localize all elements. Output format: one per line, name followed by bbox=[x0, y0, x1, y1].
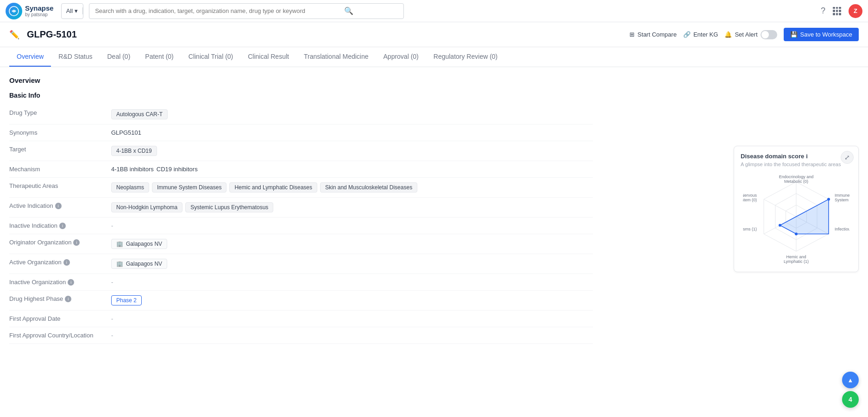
active-indication-label: Active Indication i bbox=[9, 202, 111, 209]
tab-approval[interactable]: Approval (0) bbox=[376, 47, 426, 67]
active-org-tag[interactable]: 🏢 Galapagos NV bbox=[111, 259, 167, 269]
ther-tag-2[interactable]: Hemic and Lymphatic Diseases bbox=[229, 182, 317, 193]
alert-toggle[interactable] bbox=[761, 30, 777, 39]
active-ind-tag-1[interactable]: Systemic Lupus Erythematosus bbox=[185, 202, 273, 212]
tab-patent[interactable]: Patent (0) bbox=[138, 47, 181, 67]
svg-text:Nervous: Nervous bbox=[743, 193, 757, 198]
svg-text:Lymphatic (1): Lymphatic (1) bbox=[784, 259, 809, 264]
svg-text:Infectious (0): Infectious (0) bbox=[835, 227, 849, 231]
edit-icon[interactable]: ✏️ bbox=[9, 30, 19, 40]
active-org-value: 🏢 Galapagos NV bbox=[111, 259, 167, 269]
first-approval-country-value: - bbox=[111, 332, 113, 339]
logo-text-area: Synapse by patsnap bbox=[25, 5, 54, 18]
drug-phase-help-icon[interactable]: i bbox=[65, 296, 71, 302]
search-icon[interactable]: 🔍 bbox=[340, 6, 358, 15]
first-approval-date-label: First Approval Date bbox=[9, 315, 111, 322]
active-org-label: Active Organization i bbox=[9, 259, 111, 266]
inactive-org-help-icon[interactable]: i bbox=[68, 279, 74, 286]
search-input[interactable] bbox=[89, 7, 340, 14]
originator-org-row: Originator Organization i 🏢 Galapagos NV bbox=[9, 234, 593, 254]
drug-type-value: Autologous CAR-T bbox=[111, 109, 168, 119]
target-label: Target bbox=[9, 146, 111, 153]
phase-tag[interactable]: Phase 2 bbox=[111, 295, 142, 305]
active-indication-row: Active Indication i Non-Hodgkin Lymphoma… bbox=[9, 198, 593, 218]
svg-text:System (0): System (0) bbox=[743, 198, 757, 202]
compare-button[interactable]: ⊞ Start Compare bbox=[629, 31, 677, 38]
originator-org-help-icon[interactable]: i bbox=[73, 239, 80, 246]
active-indication-help-icon[interactable]: i bbox=[55, 203, 62, 209]
inactive-indication-value: - bbox=[111, 222, 113, 229]
svg-text:Hemic and: Hemic and bbox=[786, 255, 806, 259]
first-approval-date-row: First Approval Date - bbox=[9, 311, 593, 327]
main-content: Overview Basic Info Drug Type Autologous… bbox=[0, 67, 602, 353]
tab-rd-status[interactable]: R&D Status bbox=[51, 47, 100, 67]
svg-text:Immune: Immune bbox=[835, 193, 849, 198]
inactive-org-row: Inactive Organization i - bbox=[9, 274, 593, 291]
originator-org-value: 🏢 Galapagos NV bbox=[111, 239, 167, 249]
svg-text:System (2): System (2) bbox=[835, 198, 849, 202]
search-bar[interactable]: 🔍 bbox=[89, 3, 404, 19]
chevron-down-icon: ▾ bbox=[75, 7, 78, 14]
search-type-dropdown[interactable]: All ▾ bbox=[61, 3, 83, 19]
save-to-workspace-button[interactable]: 💾 Save to Workspace bbox=[784, 28, 859, 41]
tab-overview[interactable]: Overview bbox=[9, 47, 51, 67]
disease-domain-help-icon[interactable]: i bbox=[806, 153, 808, 160]
disease-card-title: Disease domain score i bbox=[741, 153, 852, 160]
tab-deal[interactable]: Deal (0) bbox=[100, 47, 138, 67]
toggle-knob bbox=[761, 31, 769, 38]
radar-chart: Endocrinology and Metabolic (0) Immune S… bbox=[743, 173, 849, 265]
svg-text:Metabolic (0): Metabolic (0) bbox=[784, 179, 808, 184]
target-tag[interactable]: 4-1BB x CD19 bbox=[111, 146, 157, 156]
synonyms-row: Synonyms GLPG5101 bbox=[9, 124, 593, 141]
svg-point-9 bbox=[795, 233, 798, 236]
mechanism-label: Mechanism bbox=[9, 166, 111, 173]
drug-header: ✏️ GLPG-5101 ⊞ Start Compare 🔗 Enter KG … bbox=[0, 22, 868, 47]
ther-tag-1[interactable]: Immune System Diseases bbox=[152, 182, 226, 193]
enter-kg-button[interactable]: 🔗 Enter KG bbox=[683, 31, 718, 38]
tab-clinical-result[interactable]: Clinical Result bbox=[240, 47, 296, 67]
expand-card-button[interactable]: ⤢ bbox=[841, 151, 854, 164]
set-alert-button[interactable]: 🔔 Set Alert bbox=[724, 30, 777, 39]
search-type-label[interactable]: All ▾ bbox=[62, 7, 83, 14]
logo-name: Synapse bbox=[25, 5, 54, 12]
first-approval-country-row: First Approval Country/Location - bbox=[9, 327, 593, 344]
save-icon: 💾 bbox=[790, 31, 798, 38]
tab-regulatory-review[interactable]: Regulatory Review (0) bbox=[426, 47, 505, 67]
radar-svg: Endocrinology and Metabolic (0) Immune S… bbox=[743, 173, 849, 265]
tab-translational-medicine[interactable]: Translational Medicine bbox=[296, 47, 376, 67]
inactive-org-value: - bbox=[111, 279, 113, 286]
therapeutic-areas-row: Therapeutic Areas Neoplasms Immune Syste… bbox=[9, 178, 593, 198]
drug-type-tag: Autologous CAR-T bbox=[111, 109, 168, 119]
target-row: Target 4-1BB x CD19 bbox=[9, 141, 593, 161]
ther-tag-0[interactable]: Neoplasms bbox=[111, 182, 149, 193]
active-ind-tag-0[interactable]: Non-Hodgkin Lymphoma bbox=[111, 202, 182, 212]
therapeutic-areas-label: Therapeutic Areas bbox=[9, 182, 111, 189]
inactive-indication-help-icon[interactable]: i bbox=[59, 223, 66, 229]
therapeutic-areas-value: Neoplasms Immune System Diseases Hemic a… bbox=[111, 182, 417, 193]
drug-highest-phase-row: Drug Highest Phase i Phase 2 bbox=[9, 291, 593, 311]
nav-right: ? Z bbox=[821, 4, 862, 18]
apps-icon[interactable] bbox=[833, 7, 841, 15]
user-avatar[interactable]: Z bbox=[849, 4, 862, 18]
target-value: 4-1BB x CD19 bbox=[111, 146, 157, 156]
drug-type-label: Drug Type bbox=[9, 109, 111, 116]
mechanism-tag-1: CD19 inhibitors bbox=[157, 166, 198, 173]
originator-org-tag[interactable]: 🏢 Galapagos NV bbox=[111, 239, 167, 249]
ther-tag-3[interactable]: Skin and Musculoskeletal Diseases bbox=[320, 182, 417, 193]
synonyms-label: Synonyms bbox=[9, 129, 111, 136]
svg-point-10 bbox=[779, 224, 781, 227]
drug-title: GLPG-5101 bbox=[27, 29, 77, 40]
tab-clinical-trial[interactable]: Clinical Trial (0) bbox=[181, 47, 240, 67]
logo-area: Synapse by patsnap bbox=[6, 3, 54, 19]
drug-actions: ⊞ Start Compare 🔗 Enter KG 🔔 Set Alert 💾… bbox=[629, 28, 859, 41]
mechanism-value: 4-1BB inhibitors CD19 inhibitors bbox=[111, 166, 198, 173]
building-icon: 🏢 bbox=[116, 241, 123, 247]
kg-icon: 🔗 bbox=[683, 31, 691, 38]
mechanism-tag-0: 4-1BB inhibitors bbox=[111, 166, 154, 173]
inactive-indication-label: Inactive Indication i bbox=[9, 222, 111, 229]
inactive-indication-row: Inactive Indication i - bbox=[9, 218, 593, 234]
overview-section-title: Overview bbox=[9, 76, 593, 84]
active-org-help-icon[interactable]: i bbox=[63, 259, 70, 266]
top-nav: Synapse by patsnap All ▾ 🔍 ? Z bbox=[0, 0, 868, 22]
help-icon[interactable]: ? bbox=[821, 6, 825, 16]
